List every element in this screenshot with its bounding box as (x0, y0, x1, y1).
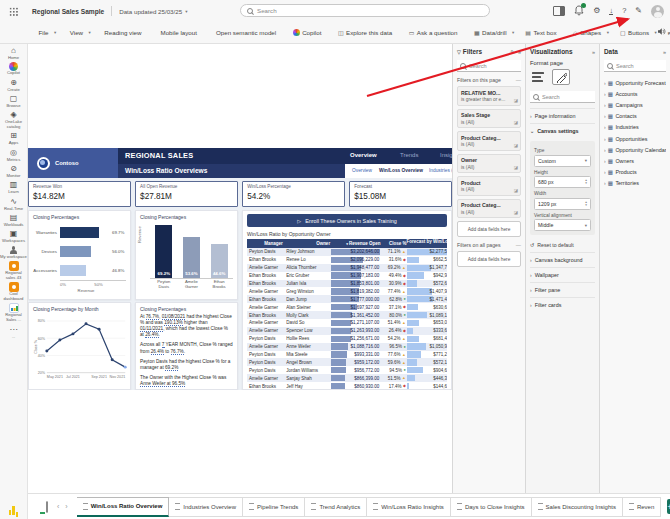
canvas-height-input[interactable]: 680 px▴▾ (534, 176, 591, 188)
filter-card[interactable]: Sales Stage is (All) ◪ (457, 109, 521, 129)
collapse-pane-icon[interactable]: » (592, 49, 595, 55)
previous-page-icon[interactable]: ‹ (56, 503, 60, 510)
rail-item[interactable]: ⌂ Home (0, 46, 28, 61)
table-row[interactable]: Ethan Brooks Julian Isla $1,853,801.00 3… (247, 280, 447, 288)
page-tab[interactable]: Win/Loss Ratio Insights (367, 497, 451, 517)
column[interactable]: 44.6% (211, 222, 228, 278)
nav-trends[interactable]: Trends (400, 152, 418, 158)
column[interactable]: 69.2% (155, 222, 172, 278)
rail-item[interactable]: ▣ Workspaces (0, 229, 28, 244)
table-row[interactable]: Peyton Davis Hollie Rees $1,256,671.00 5… (247, 335, 447, 343)
hbar[interactable] (60, 246, 91, 257)
table-row[interactable]: Amelie Garner Greg Winston $1,819,382.00… (247, 287, 447, 295)
download-icon[interactable]: ↓ (609, 7, 613, 16)
toolbar-item[interactable]: ◫ Explore this data (338, 29, 398, 36)
rail-item[interactable]: Regional sales 43 (0, 261, 28, 281)
subnav-industries[interactable]: Industries ( (429, 168, 452, 173)
notifications-icon[interactable] (574, 5, 584, 17)
table-row[interactable]: Peyton Davis Jordan Williams $956,772.00… (247, 366, 447, 374)
subnav-winloss-overview[interactable]: Win/Loss Overview (379, 168, 423, 173)
format-visual-icon[interactable] (552, 69, 570, 85)
format-section[interactable]: ›Filter pane (530, 282, 595, 297)
filter-card[interactable]: Product Categ... is (All) ◪ (457, 131, 521, 151)
feedback-icon[interactable]: ✎ (635, 7, 642, 15)
data-table-item[interactable]: › ▦ Opportunities (604, 133, 666, 144)
toolbar-item[interactable]: Open semantic model (213, 29, 281, 36)
rail-item[interactable]: ▢ Browse (0, 94, 28, 109)
data-table-item[interactable]: › ▦ Owners (604, 155, 666, 166)
edit-filters-icon[interactable]: ✎ (510, 49, 515, 55)
clear-filter-icon[interactable]: ◪ (514, 120, 518, 125)
rail-item[interactable]: Copilot (0, 62, 28, 76)
table-header[interactable]: Manager Owner ▾Revenue Open Close % Fore… (247, 239, 447, 248)
toolbar-item[interactable]: ▦ Data/drill ▾ (474, 29, 514, 36)
table-row[interactable]: Amelie Garner Sanjay Shah $866,399.00 51… (247, 374, 447, 382)
table-row[interactable]: Amelie Garner Alicia Thornber $1,948,477… (247, 264, 447, 272)
rail-item[interactable]: ⊞ Apps (0, 131, 28, 146)
section-canvas-settings[interactable]: ⌄Canvas settings (530, 123, 595, 138)
page-tab[interactable]: Sales Discounting Insights (532, 497, 623, 517)
nav-overview[interactable]: Overview (350, 152, 377, 158)
rail-item[interactable]: ◈ OneLake catalog (0, 110, 28, 130)
app-launcher-icon[interactable] (9, 7, 18, 16)
data-table-item[interactable]: › ▦ Opportunity Calendar (604, 144, 666, 155)
canvas-width-input[interactable]: 1209 px▴▾ (534, 198, 591, 210)
clear-filter-icon[interactable]: ◪ (514, 143, 518, 148)
vertical-alignment-select[interactable]: Middle▾ (534, 219, 591, 231)
rail-item[interactable]: ▤ Workloads (0, 213, 28, 228)
toolbar-item[interactable]: Reading view (102, 29, 147, 36)
hbar[interactable] (60, 227, 99, 238)
data-table-item[interactable]: › ▦ Territories (604, 178, 666, 189)
toolbar-item[interactable]: ▤ Text box (525, 29, 562, 36)
clear-filter-icon[interactable]: ◪ (514, 98, 518, 103)
smart-narrative-card[interactable]: Closing Percentages At 76.7%, 01/08/2021… (135, 302, 238, 390)
clear-filter-icon[interactable]: ◪ (514, 210, 518, 215)
table-row[interactable]: Ethan Brooks Eric Gruber $1,907,183.00 4… (247, 272, 447, 280)
filters-search-input[interactable]: Search (457, 60, 521, 72)
rail-item[interactable]: ▥ Learn (0, 180, 28, 195)
format-section[interactable]: ›Filter cards (530, 297, 595, 312)
table-row[interactable]: Amelie Garner Spencer Low $1,263,993.00 … (247, 327, 447, 335)
table-row[interactable]: Ethan Brooks Dan Jump $1,777,000.00 62.8… (247, 295, 447, 303)
filter-card[interactable]: Owner is (All) ◪ (457, 154, 521, 174)
rail-item-power-bi[interactable] (0, 504, 28, 515)
kpi-card[interactable]: Win/Loss Percentage 54.2% (242, 181, 345, 207)
canvas-type-select[interactable]: Custom▾ (534, 155, 591, 167)
rail-item[interactable]: ◎ Metrics (0, 148, 28, 163)
kpi-card[interactable]: Forecast $15.08M (349, 181, 452, 207)
settings-gear-icon[interactable]: ⚙ (593, 7, 600, 15)
data-search-input[interactable]: Search (604, 60, 666, 72)
data-table-item[interactable]: › ▦ Campaigns (604, 99, 666, 110)
toolbar-item[interactable]: ◇ Shapes ▾ (573, 29, 609, 36)
kpi-card[interactable]: Revenue Won $14.82M (28, 181, 131, 207)
reset-to-default-button[interactable]: ↺Reset to default (530, 238, 595, 252)
table-row[interactable]: Ethan Brooks Renee Lo $2,096,229.00 31.6… (247, 256, 447, 264)
rail-item[interactable]: ⋯ ... (0, 325, 28, 340)
add-data-fields-dropzone[interactable]: Add data fields here (457, 221, 521, 237)
table-row[interactable]: Amelie Garner David So $1,271,107.00 51.… (247, 319, 447, 327)
page-tab[interactable]: Reven (623, 497, 661, 517)
clear-filter-icon[interactable]: ◪ (514, 165, 518, 170)
format-section[interactable]: ›Canvas background (530, 252, 595, 267)
add-data-fields-dropzone[interactable]: Add data fields here (457, 251, 521, 267)
build-visual-icon[interactable] (530, 70, 546, 84)
toolbar-item[interactable]: View ▾ (67, 29, 91, 36)
table-row[interactable]: Peyton Davis Mia Steele $993,331.00 77.6… (247, 351, 447, 359)
rail-item[interactable]: Regional Sales ... (0, 303, 28, 323)
data-table-item[interactable]: › ▦ Products (604, 167, 666, 178)
table-row[interactable]: Ethan Brooks Jeff Hay $860,930.00 17.4% … (247, 382, 447, 390)
format-section[interactable]: ›Wallpaper (530, 267, 595, 282)
table-row[interactable]: Ethan Brooks Molly Clark $1,361,452.00 8… (247, 311, 447, 319)
page-tab[interactable]: Industries Overview (169, 497, 243, 517)
data-table-item[interactable]: › ▦ Opportunity Forecast ... (604, 77, 666, 88)
rail-item[interactable]: ⊕ Create (0, 78, 28, 93)
column[interactable]: 53.6% (183, 222, 200, 278)
table-row[interactable]: Amelie Garner Alan Steiner $1,697,927.00… (247, 303, 447, 311)
data-updated-label[interactable]: Data updated 25/03/25 (119, 8, 182, 15)
closing-percentages-column-chart[interactable]: Closing Percentages Revenue 69.2% 53.6% … (135, 210, 238, 300)
side-pane-toggle-icon[interactable] (553, 6, 565, 16)
next-page-icon[interactable]: › (64, 503, 68, 510)
closing-percentage-by-month-line-chart[interactable]: Closing Percentage by Month 20%40%60%80%… (28, 302, 131, 390)
table-row[interactable]: Amelie Garner Anne Weiler $1,088,716.00 … (247, 343, 447, 351)
filter-card[interactable]: Product Categ... is (All) ◪ (457, 199, 521, 219)
